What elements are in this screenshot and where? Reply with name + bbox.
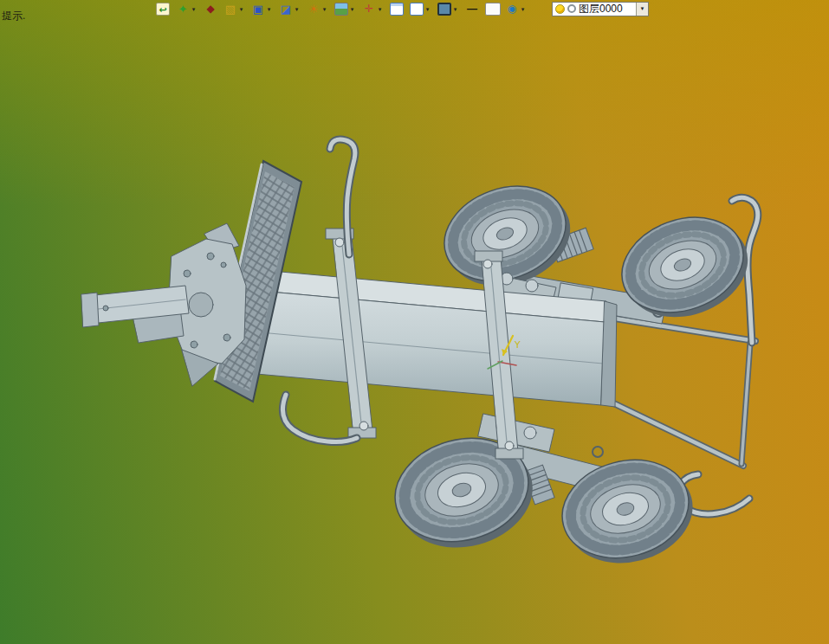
drawbar[interactable] bbox=[81, 286, 189, 343]
toolbar-button-display-style[interactable]: ▾ bbox=[437, 2, 463, 16]
toolbar-button-material-diamond[interactable]: ◆ bbox=[204, 2, 221, 16]
toolbar-button-viewport-window[interactable] bbox=[390, 2, 407, 16]
new-viewport-dropdown-arrow[interactable]: ▾ bbox=[424, 3, 431, 16]
toolbar-button-line-width[interactable]: — bbox=[465, 2, 483, 16]
move-crosshair-icon: ✛ bbox=[362, 3, 376, 16]
render-quality-icon: ✦ bbox=[176, 3, 190, 16]
toolbar-button-scene-background[interactable]: ▾ bbox=[334, 2, 359, 16]
view-cube-dropdown-arrow[interactable]: ▾ bbox=[293, 3, 301, 16]
stake-front-bottom[interactable] bbox=[282, 395, 357, 442]
scene-background-icon bbox=[334, 3, 348, 16]
toolbar-button-zoom-previous[interactable]: ↩ bbox=[156, 2, 173, 16]
toolbar-button-view-orientation[interactable]: ▣ ▾ bbox=[251, 2, 276, 16]
toolbar-button-render-quality[interactable]: ✦ ▾ bbox=[176, 2, 201, 16]
move-crosshair-dropdown-arrow[interactable]: ▾ bbox=[376, 3, 384, 16]
render-quality-dropdown-arrow[interactable]: ▾ bbox=[190, 3, 198, 16]
viewport-window-icon bbox=[390, 3, 404, 16]
toolbar-button-visibility-lens[interactable]: ◉ ▾ bbox=[505, 2, 530, 16]
isometric-box-icon: ▧ bbox=[223, 3, 237, 16]
display-style-icon bbox=[437, 3, 451, 16]
isometric-box-dropdown-arrow[interactable]: ▾ bbox=[237, 3, 245, 16]
toolbar: ↩ ✦ ▾ ◆ ▧ ▾ ▣ ▾ ◪ ▾ ☀ ▾ ▾ ✛ ▾ ▾ ▾ — bbox=[156, 2, 530, 16]
layer-combo[interactable]: 图层0000 ▼ bbox=[552, 2, 649, 16]
section-wheel-dropdown-arrow[interactable]: ▾ bbox=[321, 3, 328, 16]
layer-combo-dropdown-arrow[interactable]: ▼ bbox=[636, 3, 648, 16]
toolbar-button-section-wheel[interactable]: ☀ ▾ bbox=[307, 2, 332, 16]
view-cube-icon: ◪ bbox=[279, 3, 293, 16]
material-diamond-icon: ◆ bbox=[204, 3, 217, 16]
section-wheel-icon: ☀ bbox=[307, 3, 321, 16]
zoom-previous-icon: ↩ bbox=[156, 3, 170, 16]
toolbar-button-view-cube[interactable]: ◪ ▾ bbox=[279, 2, 304, 16]
new-viewport-icon bbox=[410, 3, 424, 16]
toolbar-button-new-viewport[interactable]: ▾ bbox=[410, 2, 435, 16]
toolbar-button-isometric-box[interactable]: ▧ ▾ bbox=[223, 2, 249, 16]
hint-text: 提示. bbox=[2, 9, 25, 23]
view-orientation-icon: ▣ bbox=[251, 3, 265, 16]
model-viewport[interactable]: Y bbox=[0, 0, 829, 644]
layer-combo-value[interactable]: 图层0000 bbox=[579, 2, 633, 16]
visibility-lens-dropdown-arrow[interactable]: ▾ bbox=[519, 3, 527, 16]
toolbar-row: ↩ ✦ ▾ ◆ ▧ ▾ ▣ ▾ ◪ ▾ ☀ ▾ ▾ ✛ ▾ ▾ ▾ — bbox=[156, 1, 649, 16]
toolbar-button-blank-sheet[interactable] bbox=[485, 2, 502, 16]
scene-background-dropdown-arrow[interactable]: ▾ bbox=[348, 3, 356, 16]
layer-visibility-bulb-icon[interactable] bbox=[555, 4, 565, 14]
toolbar-button-move-crosshair[interactable]: ✛ ▾ bbox=[362, 2, 387, 16]
layer-color-ring-icon[interactable] bbox=[567, 4, 576, 13]
line-width-icon: — bbox=[465, 3, 479, 16]
triad-y-label: Y bbox=[514, 339, 521, 351]
trailer-model[interactable]: Y bbox=[81, 139, 761, 577]
view-orientation-dropdown-arrow[interactable]: ▾ bbox=[265, 3, 273, 16]
visibility-lens-icon: ◉ bbox=[505, 3, 519, 16]
blank-sheet-icon bbox=[485, 3, 501, 16]
rear-frame-rails[interactable] bbox=[599, 317, 755, 466]
display-style-dropdown-arrow[interactable]: ▾ bbox=[451, 3, 459, 16]
